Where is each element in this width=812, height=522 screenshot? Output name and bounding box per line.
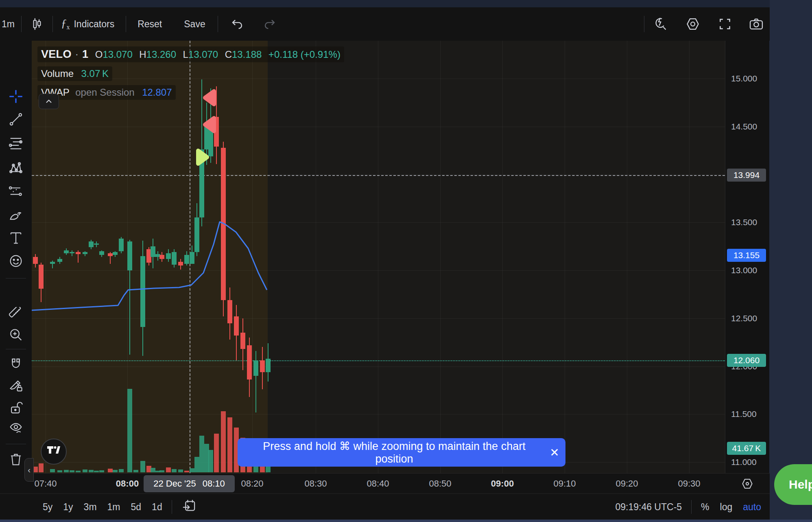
forecast-tool[interactable] bbox=[9, 184, 23, 198]
time-axis-settings-button[interactable] bbox=[740, 477, 755, 491]
price-axis[interactable]: 15.00014.50014.00013.50013.00012.50012.0… bbox=[725, 41, 769, 473]
price-axis-label[interactable]: 11.000 bbox=[731, 457, 757, 467]
crosshair-tool[interactable] bbox=[9, 90, 23, 103]
delete-tool[interactable] bbox=[9, 452, 23, 466]
save-button[interactable]: Save bbox=[178, 13, 211, 35]
auto-label: auto bbox=[743, 502, 761, 512]
time-axis-label[interactable]: 08:30 bbox=[304, 478, 327, 489]
time-axis-label[interactable]: 09:00 bbox=[491, 478, 514, 489]
range-button-1m[interactable]: 1m bbox=[102, 502, 126, 513]
crosshair-date: 22 Dec '25 bbox=[153, 478, 196, 489]
redo-button[interactable] bbox=[257, 13, 282, 35]
crosshair-time: 08:10 bbox=[203, 478, 225, 489]
price-axis-label[interactable]: 13.500 bbox=[731, 217, 757, 227]
range-button-5y[interactable]: 5y bbox=[37, 502, 58, 513]
legend-collapse-button[interactable] bbox=[39, 94, 59, 109]
quick-search-button[interactable] bbox=[647, 13, 674, 35]
percent-scale-button[interactable]: % bbox=[696, 502, 714, 513]
ruler-tool[interactable] bbox=[9, 307, 23, 321]
log-label: log bbox=[720, 502, 733, 512]
price-axis-label[interactable]: 14.500 bbox=[731, 122, 757, 132]
time-axis-label[interactable]: 09:30 bbox=[678, 478, 700, 489]
fullscreen-icon bbox=[718, 17, 732, 31]
text-tool[interactable] bbox=[9, 231, 23, 245]
indicators-button[interactable]: ƒx Indicators bbox=[55, 13, 120, 35]
toolbar-divider bbox=[6, 444, 26, 444]
legend-volume-row[interactable]: Volume 3.07 K bbox=[37, 66, 344, 81]
symbol-name[interactable]: VELO bbox=[41, 48, 72, 60]
range-button-1d[interactable]: 1d bbox=[146, 502, 168, 513]
close-label: C bbox=[225, 49, 232, 60]
legend-symbol-row[interactable]: VELO · 1 O13.070 H13.260 L13.070 C13.188… bbox=[37, 46, 344, 62]
emoji-tool[interactable] bbox=[9, 254, 23, 268]
log-scale-button[interactable]: log bbox=[715, 502, 738, 513]
clock-text: 09:19:46 UTC-5 bbox=[615, 502, 682, 512]
interval-button[interactable]: 1m bbox=[0, 13, 19, 35]
magnet-tool[interactable] bbox=[9, 358, 23, 371]
vwap-line bbox=[32, 41, 725, 473]
go-to-date-button[interactable] bbox=[176, 498, 201, 515]
toolbar-divider bbox=[691, 500, 692, 514]
buy-marker-icon[interactable] bbox=[195, 148, 210, 166]
toolbar-divider bbox=[6, 349, 26, 349]
time-axis-label[interactable]: 08:00 bbox=[116, 478, 139, 489]
drawing-lock-tool[interactable] bbox=[9, 379, 23, 393]
snapshot-button[interactable] bbox=[743, 13, 770, 35]
hide-drawings-tool[interactable] bbox=[9, 421, 23, 435]
time-axis-label[interactable]: 09:10 bbox=[553, 478, 576, 489]
range-button-5d[interactable]: 5d bbox=[126, 502, 147, 513]
symbol-interval: 1 bbox=[82, 48, 88, 60]
xabcd-pattern-tool[interactable] bbox=[9, 161, 23, 175]
fib-lines-tool[interactable] bbox=[9, 136, 23, 150]
reset-button[interactable]: Reset bbox=[132, 13, 168, 35]
brush-tool[interactable] bbox=[9, 208, 23, 222]
undo-icon bbox=[230, 17, 244, 31]
crosshair-time-badge: 22 Dec '25 08:10 bbox=[144, 475, 235, 492]
time-axis-label[interactable]: 08:40 bbox=[367, 478, 389, 489]
help-button[interactable]: Help bbox=[774, 464, 812, 505]
text-icon bbox=[9, 231, 23, 245]
price-badge-teal: 41.67 K bbox=[727, 442, 766, 455]
range-button-1y[interactable]: 1y bbox=[58, 502, 78, 513]
help-label: Help bbox=[789, 478, 812, 491]
tradingview-logo[interactable] bbox=[41, 439, 67, 465]
sidebar-collapse-handle[interactable]: ‹ bbox=[24, 458, 34, 482]
sell-marker-icon[interactable] bbox=[202, 116, 217, 134]
trading-app-window: 1m ƒx Indicators Reset Save bbox=[0, 0, 812, 522]
toolbar-divider bbox=[218, 16, 218, 32]
price-axis-label[interactable]: 15.000 bbox=[731, 74, 757, 83]
time-axis-label[interactable]: 08:50 bbox=[429, 478, 451, 489]
auto-scale-button[interactable]: auto bbox=[738, 502, 766, 513]
time-axis-label[interactable]: 07:40 bbox=[34, 478, 57, 489]
price-badge-gray: 13.994 bbox=[727, 169, 766, 182]
top-toolbar: 1m ƒx Indicators Reset Save bbox=[0, 7, 770, 41]
price-badge-blue: 13.155 bbox=[727, 249, 766, 262]
magnet-icon bbox=[9, 358, 23, 371]
price-axis-label[interactable]: 11.500 bbox=[731, 409, 757, 419]
price-axis-label[interactable]: 13.000 bbox=[731, 265, 757, 275]
fullscreen-button[interactable] bbox=[712, 13, 738, 35]
undo-button[interactable] bbox=[225, 13, 250, 35]
close-icon[interactable]: ✕ bbox=[544, 446, 565, 459]
change-value: +0.118 (+0.91%) bbox=[268, 49, 341, 60]
eye-icon bbox=[9, 421, 23, 435]
legend-vwap-row[interactable]: VWAP open Session 12.807 bbox=[37, 85, 344, 100]
time-axis-label[interactable]: 09:20 bbox=[616, 478, 638, 489]
interval-label: 1m bbox=[2, 19, 15, 30]
time-axis-label[interactable]: 08:20 bbox=[241, 478, 263, 489]
trend-line-tool[interactable] bbox=[9, 112, 23, 126]
calendar-goto-icon bbox=[181, 498, 196, 513]
zoom-in-tool[interactable] bbox=[9, 328, 23, 342]
range-button-3m[interactable]: 3m bbox=[79, 502, 102, 513]
lock-tool[interactable] bbox=[9, 401, 23, 415]
high-label: H bbox=[139, 49, 146, 60]
price-axis-label[interactable]: 12.500 bbox=[731, 314, 757, 323]
time-axis[interactable]: 22 Dec '25 08:10 07:4008:0008:2008:3008:… bbox=[32, 473, 770, 494]
chart-settings-button[interactable] bbox=[679, 13, 706, 35]
trash-icon bbox=[9, 452, 23, 466]
indicators-label: Indicators bbox=[74, 19, 114, 30]
session-clock[interactable]: 09:19:46 UTC-5 bbox=[610, 502, 687, 513]
volume-value: 3.07 K bbox=[81, 68, 109, 79]
chart-pane[interactable]: VELO · 1 O13.070 H13.260 L13.070 C13.188… bbox=[32, 41, 725, 473]
chart-style-button[interactable] bbox=[24, 13, 50, 35]
